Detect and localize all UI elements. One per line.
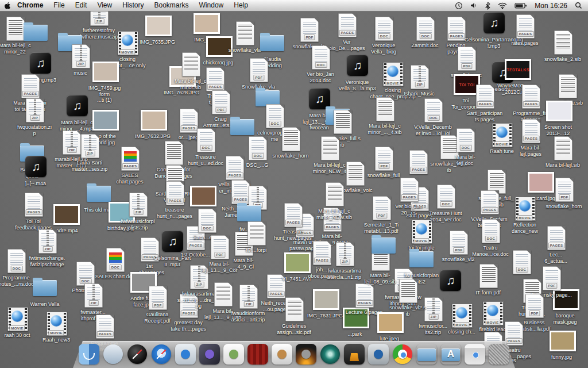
text-lines [252,140,264,153]
icon-dot [181,350,190,359]
dock-safari[interactable] [150,343,172,365]
icon-label: IT form.pdf [475,290,500,296]
dock-photostrip[interactable] [271,343,293,365]
photobooth-icon [247,344,268,365]
menu-chrome[interactable]: Chrome [15,0,48,11]
music-staff-lines [561,78,575,94]
pages-badge: PAGES [339,30,356,36]
apple-menu[interactable] [0,2,15,10]
text-lines [253,62,265,75]
icon-dot-center [400,352,407,358]
text-lines [546,270,558,283]
pages-badge: PAGES [181,310,198,316]
sib-icon [475,263,501,290]
wifi-icon[interactable] [498,2,507,9]
desktop-icon-treasure-hunt-2014-ver-doc-130[interactable]: DOCTreasure Hunt 2014_Ver.doc [418,184,473,223]
dock-facetime[interactable] [175,343,196,365]
zip-badge: ZIP [86,151,95,156]
document-page: PAGES [206,67,225,91]
menu-help[interactable]: Help [229,0,253,11]
desktop-icon-fwlaurasartima-stercla-n1-zi-146[interactable]: ZIPfwlaurasartima stercla...n1.zip [317,241,372,280]
desktop-icon-closing-ch-120[interactable]: MOVIEclosing ch... [434,302,489,335]
document-page: PDF [300,18,319,42]
zipper [344,243,346,259]
music-note-shape: ♫ [30,52,51,74]
menu-window[interactable]: Window [194,0,229,11]
quicktime-ball [416,223,427,235]
photo-icon [92,59,117,85]
doc-badge: DOC [269,121,281,126]
pdf-badge: PDF [453,247,464,253]
movie-badge: MOVIE [9,325,25,331]
text-lines [403,182,416,194]
photo-icon [546,98,571,124]
dock-folder-documents[interactable] [416,343,438,365]
dock-folder-applications[interactable]: A [440,343,462,365]
text-lines [24,78,37,91]
dock-timemachine[interactable] [319,343,341,365]
music-staff-lines [401,282,415,298]
document-page: DOC [437,185,455,209]
dock-mail[interactable] [102,343,124,365]
photo-icon: TEDTALKS [504,56,529,83]
dock-chrome-window[interactable] [464,343,486,365]
volume-icon[interactable] [470,2,478,9]
desktop-icon-funny-jpg-88[interactable]: funny.jpg [534,328,588,361]
dock-photobooth[interactable] [247,343,269,365]
icon-label: Sarti_participan ts.pages [467,110,503,122]
document-page: DOC [198,209,216,233]
desktop-icon-snowflake-vl2-s-ib-132[interactable]: snowflake_vl2.s ib [380,278,435,317]
text-lines [516,254,528,267]
menu-history[interactable]: History [117,0,149,11]
desktop-icon-snowflake-vl2-131[interactable]: PDFsnowflake_vl2 [431,230,486,263]
battery-icon[interactable] [514,2,527,9]
pages-badge: PAGES [482,207,498,213]
doc-icon: DOC [433,184,458,210]
keynote-podium [350,353,359,361]
desktop-icon-screen-shot-2013-12-70[interactable]: Screen shot 2013-...12 [531,98,586,136]
zip-badge: ZIP [89,300,99,306]
dock-dashboard[interactable] [126,343,148,365]
folder-shape [230,119,254,135]
pages-badge: PAGES [97,331,114,337]
time-machine-icon[interactable] [455,2,463,10]
icon-label: Treasure Hunt 2014_Ver.doc [429,210,462,223]
menubar-clock[interactable]: Mon 16:26 [535,2,567,10]
spotlight-icon[interactable] [575,2,582,9]
zipper [92,285,95,301]
menu-view[interactable]: View [92,0,117,11]
desktop-icon-mara-bil-lejl-c-minor-new-si-147[interactable]: Mara bil-lejl_c minor_NEW.sib [307,182,362,220]
music-staff-lines [323,140,337,156]
desktop[interactable]: ChromeFileEditViewHistoryBookmarksWindow… [0,0,588,368]
menu-edit[interactable]: Edit [70,0,92,11]
document-page: PAGES [284,203,303,227]
document-page [376,97,394,121]
menu-file[interactable]: File [48,0,69,11]
desktop-icon-mara-bil-lejl-doc-69[interactable]: DOCMara bil- lejl.doc [438,128,493,166]
music-staff-lines [556,140,570,156]
bluetooth-icon[interactable] [485,2,490,10]
dock-iphoto[interactable] [295,343,317,365]
page-fold [135,147,140,151]
movie-badge: MOVIE [413,238,429,244]
dock-trash[interactable] [488,343,510,365]
zip-badge: ZIP [95,18,105,24]
desktop-icon-img-7635-jpg-7[interactable]: IMG_7635.JPG [130,13,185,45]
movie-badge: MOVIE [454,322,469,328]
menu-bookmarks[interactable]: Bookmarks [149,0,194,11]
dock-ink[interactable] [199,343,220,365]
movie-icon: MOVIE [5,306,30,332]
dock-photos[interactable] [223,343,245,365]
text-lines [479,89,492,101]
icon-label: rates.pages [511,40,538,47]
dock-chrome[interactable] [392,343,413,365]
music-staff-lines [378,101,392,117]
icon-label: Raah_new3 [42,337,70,343]
dock-finder[interactable] [78,343,100,365]
document-page: PAGES [21,74,40,98]
text-lines [558,182,571,194]
desktop-icon-mara-bil-lejl-sib-71[interactable]: Mara bil-lejl.sib [535,136,588,168]
dock-keynote[interactable] [343,343,365,365]
dock-hp-utility[interactable] [368,343,389,365]
pages-icon: PAGES [543,225,568,252]
